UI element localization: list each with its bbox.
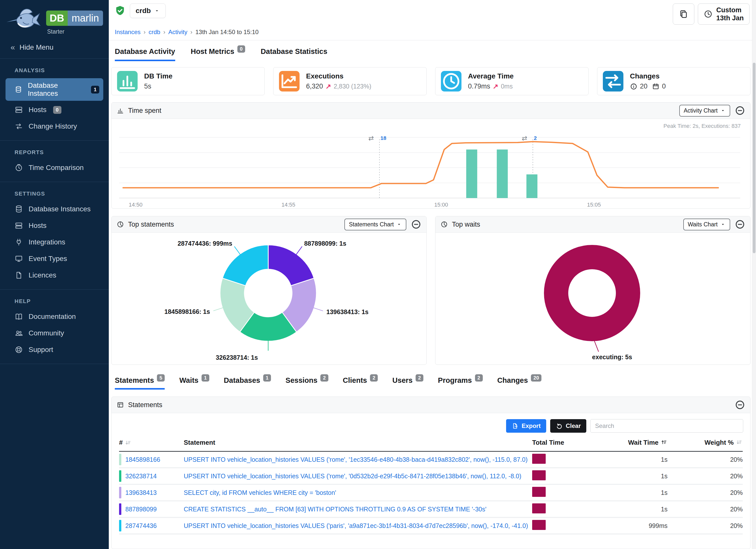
time-range-button[interactable]: Custom 13th Jan xyxy=(698,4,749,25)
statement-id-link[interactable]: 887898099 xyxy=(125,506,157,513)
clear-button[interactable]: Clear xyxy=(550,419,586,433)
metric-card-changes[interactable]: Changes200 xyxy=(597,67,750,95)
metric-card-executions[interactable]: Executions6,320↗2,830 (123%) xyxy=(273,67,427,95)
metric-card-average-time[interactable]: Average Time0.79ms↗0ms xyxy=(435,67,589,95)
statement-id-link[interactable]: 139638413 xyxy=(125,489,157,496)
sidebar-item-community[interactable]: Community xyxy=(6,326,103,341)
statement-id-link[interactable]: 287474436 xyxy=(125,522,157,529)
breadcrumb-link-activity[interactable]: Activity xyxy=(168,29,187,36)
db-time-line[interactable] xyxy=(123,142,718,188)
time-spent-chart[interactable]: ⇄18⇄214:5014:5515:0015:05 xyxy=(112,119,750,209)
export-button[interactable]: Export xyxy=(506,419,546,433)
detail-tab-waits[interactable]: Waits1 xyxy=(179,376,209,390)
column-header-statement[interactable]: Statement xyxy=(184,439,532,446)
sidebar-item-label: Event Types xyxy=(29,255,67,263)
sidebar-item-label: Support xyxy=(29,346,53,354)
tab-label: Database Activity xyxy=(115,47,175,56)
sidebar-item-integrations[interactable]: Integrations xyxy=(6,235,103,250)
breadcrumb-link-crdb[interactable]: crdb xyxy=(149,29,160,36)
instance-dropdown-button[interactable]: crdb xyxy=(130,4,166,18)
collapse-panel-icon[interactable] xyxy=(411,219,421,230)
sort-down-icon[interactable] xyxy=(736,439,743,446)
statement-id-link[interactable]: 1845898166 xyxy=(125,456,160,463)
collapse-panel-icon[interactable] xyxy=(735,219,745,230)
column-header-weight[interactable]: Weight % xyxy=(668,439,743,446)
statement-link[interactable]: UPSERT INTO vehicle_location_histories V… xyxy=(184,456,528,463)
caret-down-icon xyxy=(720,222,726,227)
collapse-panel-icon[interactable] xyxy=(735,105,745,116)
donut-slice-887898099[interactable] xyxy=(268,245,314,286)
detail-tab-clients[interactable]: Clients2 xyxy=(343,376,378,390)
vertical-scrollbar[interactable] xyxy=(752,0,756,549)
statement-color-bar xyxy=(119,520,121,531)
logo-db-badge: DB xyxy=(46,11,68,26)
svg-text:14:55: 14:55 xyxy=(281,202,295,208)
column-header-total-time[interactable]: Total Time xyxy=(532,439,589,446)
statement-link[interactable]: UPSERT INTO vehicle_location_histories V… xyxy=(184,473,521,480)
detail-tab-programs[interactable]: Programs2 xyxy=(438,376,483,390)
waits-chart-select[interactable]: Waits Chart xyxy=(683,219,730,230)
sort-down-icon[interactable] xyxy=(125,439,132,446)
tab-database-activity[interactable]: Database Activity xyxy=(115,47,175,61)
top-waits-panel: Top waits Waits Chart executing: 5s xyxy=(435,216,750,365)
tab-label: Programs xyxy=(438,376,472,385)
breadcrumb-link-instances[interactable]: Instances xyxy=(115,29,141,36)
detail-tab-changes[interactable]: Changes20 xyxy=(497,376,542,390)
edition-label: Starter xyxy=(47,28,103,35)
statement-id-link[interactable]: 326238714 xyxy=(125,473,157,480)
peak-note: Peak Time: 2s, Executions: 837 xyxy=(664,123,741,129)
pie-chart-icon xyxy=(440,221,448,228)
label-leader-line xyxy=(314,308,323,311)
detail-tab-statements[interactable]: Statements5 xyxy=(115,376,165,390)
people-icon xyxy=(15,329,23,337)
detail-tab-sessions[interactable]: Sessions2 xyxy=(286,376,328,390)
monitor-icon xyxy=(15,254,23,263)
tab-host-metrics[interactable]: Host Metrics0 xyxy=(191,47,245,61)
sidebar-item-database-instances[interactable]: Database Instances xyxy=(6,202,103,217)
logo-marlin-badge: marlin xyxy=(68,11,103,26)
tab-database-statistics[interactable]: Database Statistics xyxy=(261,47,327,61)
column-header-[interactable]: # xyxy=(119,439,184,446)
sidebar-item-support[interactable]: Support xyxy=(6,342,103,357)
sidebar-item-event-types[interactable]: Event Types xyxy=(6,251,103,266)
statement-link[interactable]: SELECT city, id FROM vehicles WHERE city… xyxy=(184,489,336,496)
copy-link-button[interactable] xyxy=(673,4,694,25)
top-waits-donut[interactable]: executing: 5s xyxy=(435,233,750,364)
executions-bars[interactable] xyxy=(466,149,537,198)
sidebar-item-hosts[interactable]: Hosts xyxy=(6,218,103,233)
sidebar-item-change-history[interactable]: Change History xyxy=(6,119,103,134)
sidebar-item-database-instances[interactable]: Database Instances1 xyxy=(6,78,103,101)
activity-chart-select[interactable]: Activity Chart xyxy=(679,105,730,117)
statement-link[interactable]: CREATE STATISTICS __auto__ FROM [63] WIT… xyxy=(184,506,486,513)
tab-badge: 2 xyxy=(475,374,483,382)
detail-tab-users[interactable]: Users2 xyxy=(392,376,423,390)
donut-slice-executing[interactable] xyxy=(556,257,628,329)
tab-label: Sessions xyxy=(286,376,317,385)
scrollbar-thumb[interactable] xyxy=(753,63,755,253)
card-value: 5s xyxy=(144,82,151,90)
detail-tab-databases[interactable]: Databases1 xyxy=(224,376,271,390)
gridlines xyxy=(119,137,740,198)
hide-menu-label: Hide Menu xyxy=(20,43,53,51)
sidebar-item-label: Licences xyxy=(29,271,56,279)
collapse-panel-icon[interactable] xyxy=(735,400,745,410)
sidebar-divider xyxy=(0,364,109,364)
column-header-wait-time[interactable]: Wait Time xyxy=(589,439,668,446)
search-input[interactable] xyxy=(590,419,743,433)
top-statements-donut[interactable]: 887898099: 1s139638413: 1s326238714: 1s1… xyxy=(112,233,426,364)
donut-slice-287474436[interactable] xyxy=(223,245,268,286)
statements-chart-select[interactable]: Statements Chart xyxy=(344,219,406,230)
weight-value: 20% xyxy=(668,456,743,463)
detail-tabs: Statements5Waits1Databases1Sessions2Clie… xyxy=(111,376,750,390)
sidebar-item-licences[interactable]: Licences xyxy=(6,268,103,283)
metric-card-db-time[interactable]: DB Time5s xyxy=(111,67,265,95)
sidebar-item-hosts[interactable]: Hosts0 xyxy=(6,102,103,117)
sidebar-item-documentation[interactable]: Documentation xyxy=(6,309,103,324)
sidebar-item-time-comparison[interactable]: Time Comparison xyxy=(6,160,103,175)
hide-menu-button[interactable]: « Hide Menu xyxy=(0,36,109,58)
marlin-fish-logo-icon xyxy=(4,4,46,34)
statements-panel: Statements Export Clear #StatementTotal … xyxy=(111,397,750,549)
statement-link[interactable]: UPSERT INTO vehicle_location_histories V… xyxy=(184,522,528,529)
tab-badge: 2 xyxy=(416,374,423,382)
sort-up-icon[interactable] xyxy=(660,439,668,446)
